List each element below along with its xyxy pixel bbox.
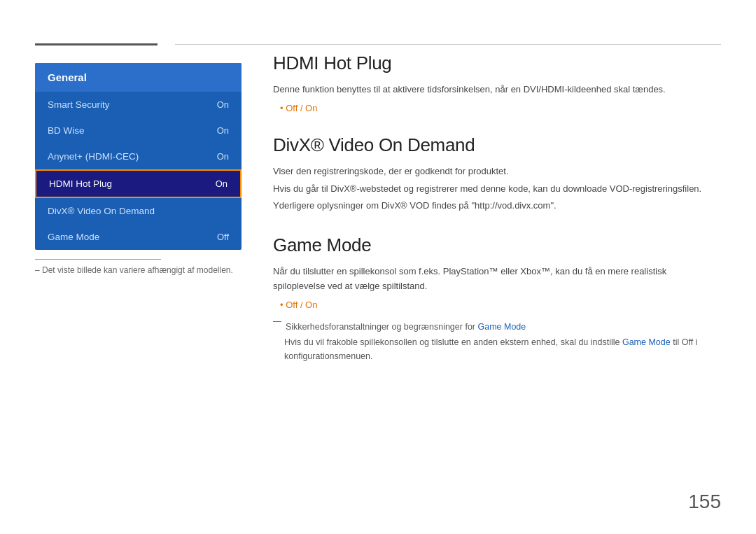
game-mode-bullets: Off / On [280,300,721,310]
divx-desc-2: Hvis du går til DivX®-webstedet og regis… [273,182,721,197]
sidebar-item-divx[interactable]: DivX® Video On Demand [35,198,241,224]
sidebar-item-label: Smart Security [48,99,110,110]
footnote-text: – Det viste billede kan variere afhængig… [35,265,241,275]
game-mode-desc: Når du tilslutter en spillekonsol som f.… [273,265,721,294]
sidebar-header: General [35,63,241,92]
hdmi-hot-plug-title: HDMI Hot Plug [273,52,721,74]
footnote-area: – Det viste billede kan variere afhængig… [35,259,241,275]
sidebar-item-smart-security[interactable]: Smart Security On [35,92,241,118]
note-dash-symbol: ― [273,316,281,326]
sidebar-item-label: HDMI Hot Plug [49,178,112,189]
sidebar-item-anynet[interactable]: Anynet+ (HDMI-CEC) On [35,143,241,169]
divx-section: DivX® Video On Demand Viser den registre… [273,134,721,213]
top-decorative-lines [35,43,721,45]
hdmi-hot-plug-desc: Denne funktion benyttes til at aktivere … [273,83,721,97]
sidebar-item-value: On [217,99,229,110]
game-mode-note: ― Sikkerhedsforanstaltninger og begrænsn… [273,316,721,334]
game-mode-bullet-item: Off / On [280,300,721,310]
page-number: 155 [688,491,721,513]
main-content: HDMI Hot Plug Denne funktion benyttes ti… [273,52,721,384]
divx-title: DivX® Video On Demand [273,134,721,156]
sidebar: General Smart Security On BD Wise On Any… [35,63,241,250]
game-mode-link-2: Game Mode [622,337,671,347]
sidebar-item-value: On [217,151,229,162]
sidebar-item-hdmi-hot-plug[interactable]: HDMI Hot Plug On [35,169,241,198]
game-mode-link-1: Game Mode [477,322,526,332]
game-mode-note-text: Sikkerhedsforanstaltninger og begrænsnin… [286,320,526,334]
game-mode-note-detail: Hvis du vil frakoble spillekonsollen og … [284,335,721,363]
sidebar-item-bd-wise[interactable]: BD Wise On [35,118,241,143]
sidebar-item-label: DivX® Video On Demand [48,206,155,216]
footnote-divider [35,259,161,260]
hdmi-hot-plug-bullets: Off / On [280,103,721,113]
sidebar-item-value: Off [217,232,229,242]
hdmi-hot-plug-section: HDMI Hot Plug Denne funktion benyttes ti… [273,52,721,113]
divx-desc-3: Yderligere oplysninger om DivX® VOD find… [273,199,721,213]
sidebar-item-value: On [216,178,227,189]
sidebar-item-label: Game Mode [48,232,99,242]
sidebar-item-game-mode[interactable]: Game Mode Off [35,224,241,250]
sidebar-item-value: On [217,125,229,136]
sidebar-item-label: BD Wise [48,125,85,136]
sidebar-item-label: Anynet+ (HDMI-CEC) [48,151,139,162]
game-mode-title: Game Mode [273,234,721,256]
divx-desc-1: Viser den registreringskode, der er godk… [273,164,721,179]
hdmi-hot-plug-bullet-item: Off / On [280,103,721,113]
game-mode-section: Game Mode Når du tilslutter en spillekon… [273,234,721,363]
